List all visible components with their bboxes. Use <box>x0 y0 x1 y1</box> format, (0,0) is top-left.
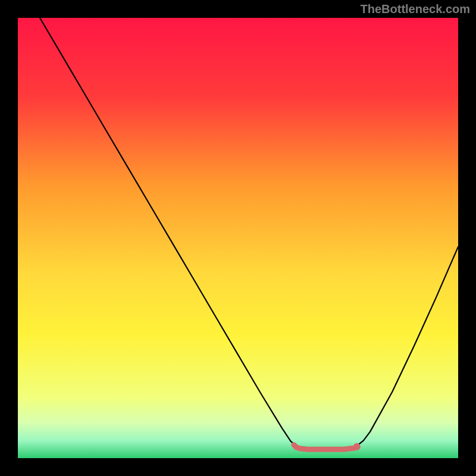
optimal-end-dot <box>353 443 361 450</box>
chart-container: TheBottleneck.com <box>0 0 476 476</box>
chart-svg <box>18 18 458 458</box>
plot-area <box>18 18 458 458</box>
watermark-text: TheBottleneck.com <box>361 2 470 16</box>
